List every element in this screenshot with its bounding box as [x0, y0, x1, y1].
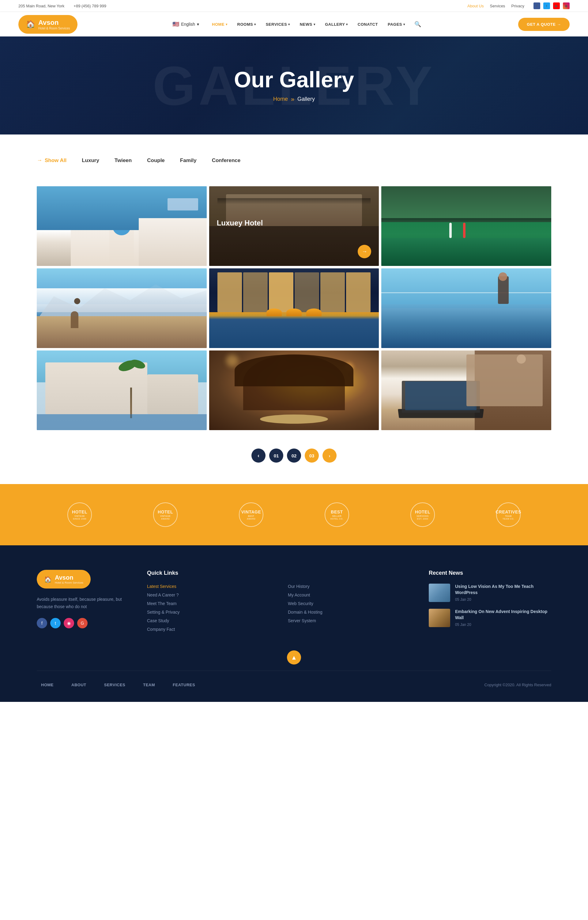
partner-badge: HOTEL SERVICES EST. 2000: [407, 499, 438, 530]
footer-twitter-icon[interactable]: t: [50, 618, 61, 628]
services-link[interactable]: Services: [490, 4, 505, 8]
footer-google-icon[interactable]: G: [77, 618, 87, 628]
gallery-item[interactable]: [381, 350, 551, 430]
gallery-item[interactable]: [37, 268, 207, 348]
flag-icon: 🇺🇸: [173, 21, 179, 28]
filter-show-all[interactable]: Show All: [37, 156, 66, 165]
gallery-overlay: [37, 350, 207, 430]
footer-links-list-2: Our History My Account Web Security Doma…: [288, 584, 410, 624]
gallery-item[interactable]: [209, 268, 379, 348]
gallery-item[interactable]: [381, 268, 551, 348]
top-bar-contact: 205 Main Road, New York +89 (456) 789 99…: [18, 4, 106, 8]
gallery-item[interactable]: [381, 186, 551, 266]
gallery-item[interactable]: [37, 350, 207, 430]
footer: 🏠 Avson Hotel & Room Services Avoids ple…: [0, 545, 588, 702]
nav-rooms[interactable]: ROOMS ▾: [233, 19, 260, 29]
gallery-overlay: [209, 350, 379, 430]
badge-icon: HOTEL VINTAGE AWARD: [153, 502, 178, 527]
privacy-link[interactable]: Privacy: [511, 4, 524, 8]
footer-link-case-study[interactable]: Case Study: [147, 618, 169, 623]
gallery-overlay: [381, 268, 551, 348]
footer-instagram-icon[interactable]: ◉: [64, 618, 74, 628]
footer-quick-links-col2: . Our History My Account Web Security Do…: [288, 570, 410, 635]
news-item: Embarking On New Advent Inspiring Deskto…: [429, 609, 551, 627]
gallery-grid: Luxuey Hotel →: [37, 186, 551, 430]
footer-link-setting-privacy[interactable]: Setting & Privacy: [147, 610, 180, 615]
top-bar: 205 Main Road, New York +89 (456) 789 99…: [0, 0, 588, 12]
footer-nav-services[interactable]: Services: [100, 680, 130, 690]
pagination: ‹ 01 02 03 ›: [37, 449, 551, 463]
lang-dropdown-icon: ▾: [197, 22, 199, 27]
chevron-down-icon: ▾: [288, 23, 290, 26]
address: 205 Main Road, New York: [18, 4, 64, 8]
footer-logo: 🏠 Avson Hotel & Room Services: [37, 570, 90, 588]
search-button[interactable]: 🔍: [412, 18, 423, 30]
page-2-button[interactable]: 02: [287, 449, 301, 463]
breadcrumb-home[interactable]: Home: [273, 96, 288, 102]
footer-nav-about[interactable]: About: [67, 680, 90, 690]
badge-icon: HOTEL SERVICES EST. 2000: [410, 502, 435, 527]
filter-conference[interactable]: Conference: [212, 156, 241, 165]
logo-name: Avson: [38, 19, 58, 26]
footer-link-domain-hosting[interactable]: Domain & Hosting: [288, 610, 323, 615]
about-link[interactable]: About Us: [467, 4, 483, 8]
gallery-item[interactable]: Luxuey Hotel →: [209, 186, 379, 266]
twitter-icon[interactable]: t: [543, 2, 550, 9]
nav-contact[interactable]: CONATCT: [354, 19, 382, 29]
footer-socials: f t ◉ G: [37, 618, 129, 628]
nav-services[interactable]: SERVICES ▾: [262, 19, 294, 29]
gallery-overlay: [209, 268, 379, 348]
news-date: 05 Jan 20: [455, 622, 551, 627]
chevron-down-icon: ▾: [254, 23, 256, 26]
nav-pages[interactable]: PAGES ▾: [383, 19, 409, 29]
partner-badge: HOTEL VINTAGE AWARD: [150, 499, 181, 530]
nav-news[interactable]: NEWS ▾: [296, 19, 320, 29]
footer-nav-features[interactable]: Features: [168, 680, 199, 690]
facebook-icon[interactable]: f: [533, 2, 540, 9]
footer-link-server-system[interactable]: Server System: [288, 618, 316, 623]
gallery-section: Show All Luxury Twieen Couple Family Con…: [0, 134, 588, 484]
lang-label: English: [181, 22, 195, 27]
footer-link-company-fact[interactable]: Company Fact: [147, 627, 175, 632]
footer-link-career[interactable]: Need A Career ?: [147, 593, 179, 598]
get-quote-button[interactable]: GET A QUOTE →: [518, 18, 570, 31]
filter-twieen[interactable]: Twieen: [115, 156, 132, 165]
recent-news-title: Recent News: [429, 570, 551, 576]
filter-luxury[interactable]: Luxury: [82, 156, 99, 165]
footer-bottom-nav: Home About Services Team Features: [37, 680, 199, 690]
scroll-top-button[interactable]: ▲: [287, 650, 301, 664]
footer-logo-icon: 🏠: [44, 576, 52, 583]
footer-link-latest-services[interactable]: Latest Services: [147, 584, 176, 589]
nav-gallery[interactable]: GALLERY ▾: [321, 19, 352, 29]
logo-icon: 🏠: [26, 20, 35, 29]
footer-description: Avoids pleasure itself, because pleasure…: [37, 596, 129, 611]
chevron-down-icon: ▾: [346, 23, 348, 26]
prev-page-button[interactable]: ‹: [252, 449, 265, 463]
gallery-item[interactable]: [37, 186, 207, 266]
badge-icon: BEST SELLER HOTEL CO.: [325, 502, 349, 527]
footer-nav-home[interactable]: Home: [37, 680, 58, 690]
badge-icon: VINTAGE BEST AWARD: [239, 502, 263, 527]
gallery-arrow-button[interactable]: →: [358, 245, 371, 258]
page-1-button[interactable]: 01: [269, 449, 283, 463]
footer-link-web-security[interactable]: Web Security: [288, 601, 313, 606]
language-selector[interactable]: 🇺🇸 English ▾: [173, 21, 199, 28]
badge-icon: HOTEL VINTAGE SINCE 1989: [67, 502, 92, 527]
footer-link-meet-team[interactable]: Meet The Team: [147, 601, 177, 606]
page-3-button[interactable]: 03: [305, 449, 319, 463]
footer-nav-team[interactable]: Team: [139, 680, 159, 690]
gallery-caption: Luxuey Hotel: [209, 186, 379, 266]
partner-badge: BEST SELLER HOTEL CO.: [321, 499, 352, 530]
footer-link-our-history[interactable]: Our History: [288, 584, 310, 589]
gallery-item[interactable]: [209, 350, 379, 430]
footer-link-my-account[interactable]: My Account: [288, 593, 310, 598]
filter-couple[interactable]: Couple: [147, 156, 165, 165]
instagram-icon[interactable]: ◉: [563, 2, 570, 9]
nav-home[interactable]: HOME ▾: [208, 19, 232, 29]
filter-family[interactable]: Family: [180, 156, 197, 165]
logo[interactable]: 🏠 Avson Hotel & Room Services: [18, 15, 78, 34]
footer-facebook-icon[interactable]: f: [37, 618, 47, 628]
youtube-icon[interactable]: ▶: [553, 2, 560, 9]
footer-grid: 🏠 Avson Hotel & Room Services Avoids ple…: [37, 570, 551, 635]
next-page-button[interactable]: ›: [323, 449, 336, 463]
